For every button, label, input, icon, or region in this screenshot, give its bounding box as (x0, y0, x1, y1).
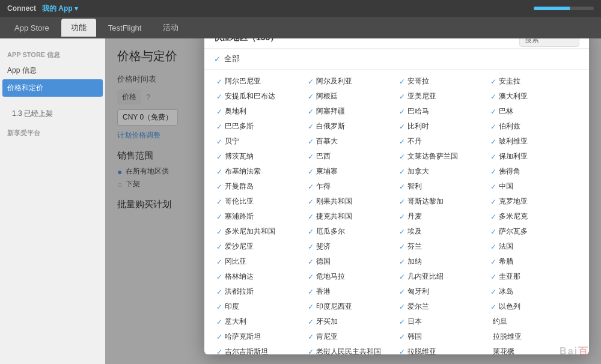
region-checkbox-icon: ✓ (308, 123, 314, 131)
region-item[interactable]: ✓柬埔寨 (305, 165, 397, 178)
region-item[interactable]: ✓巴林 (488, 105, 579, 118)
region-item[interactable]: ✓伯利兹 (488, 120, 579, 133)
region-item[interactable]: ✓阿塞拜疆 (305, 105, 397, 118)
region-item[interactable]: ✓百慕大 (305, 135, 397, 148)
region-item[interactable]: ✓不丹 (397, 135, 488, 148)
region-item[interactable]: ✓危地马拉 (305, 270, 397, 284)
region-checkbox-icon: ✓ (216, 138, 222, 146)
region-item[interactable]: ✓意大利 (214, 315, 305, 329)
region-item[interactable]: ✓拉脱维亚 (397, 345, 488, 354)
region-search-input[interactable] (519, 38, 579, 47)
tab-testflight[interactable]: TestFlight (99, 20, 151, 36)
region-item[interactable]: ✓巴西 (305, 150, 397, 163)
region-item[interactable]: ✓中国 (488, 180, 579, 193)
region-item[interactable]: ✓法国 (488, 240, 579, 253)
region-item[interactable]: ✓佛得角 (488, 165, 579, 178)
region-item[interactable]: ✓安圭拉 (488, 74, 579, 88)
region-item[interactable]: ✓加纳 (397, 255, 488, 268)
region-item[interactable]: ✓圭亚那 (488, 270, 579, 284)
region-item[interactable]: ✓安哥拉 (397, 74, 488, 88)
region-item[interactable]: ✓冰岛 (488, 285, 579, 299)
region-checkbox-icon: ✓ (308, 243, 314, 251)
region-checkbox-icon: ✓ (490, 213, 496, 221)
tab-features[interactable]: 功能 (61, 19, 96, 37)
region-item[interactable]: ✓亚美尼亚 (397, 89, 488, 103)
region-item[interactable]: ✓牙买加 (305, 315, 397, 329)
region-checkbox-icon: ✓ (216, 273, 222, 281)
region-item[interactable]: ✓哈萨克斯坦 (214, 330, 305, 344)
region-item[interactable]: ✓比利时 (397, 120, 488, 133)
region-item[interactable]: ✓斐济 (305, 240, 397, 253)
region-item[interactable]: ✓德国 (305, 255, 397, 268)
region-item[interactable]: ✓萨尔瓦多 (488, 225, 579, 238)
region-item[interactable]: ✓印度 (214, 300, 305, 314)
region-label: 格林纳达 (225, 271, 254, 282)
region-item[interactable]: ✓以色列 (488, 300, 579, 314)
region-item[interactable]: ✓玻利维亚 (488, 135, 579, 148)
region-label: 玻利维亚 (499, 136, 528, 147)
region-item[interactable]: ✓阿根廷 (305, 89, 397, 103)
region-item[interactable]: ✓乍得 (305, 180, 397, 193)
region-checkbox-icon: ✓ (308, 168, 314, 176)
region-item[interactable]: ✓澳大利亚 (488, 89, 579, 103)
region-item[interactable]: ✓多米尼克 (488, 210, 579, 223)
region-item[interactable]: ✓老挝人民民主共和国 (305, 345, 397, 354)
region-item[interactable]: ✓爱尔兰 (397, 300, 488, 314)
region-item[interactable]: ✓智利 (397, 180, 488, 193)
region-checkbox-icon: ✓ (490, 183, 496, 191)
modal-all-row[interactable]: ✓ 全部 (204, 49, 589, 70)
region-label: 刚果共和国 (316, 196, 352, 207)
region-item[interactable]: ✓芬兰 (397, 240, 488, 253)
region-label: 哈萨克斯坦 (225, 332, 261, 342)
region-item[interactable]: ✓奥地利 (214, 105, 305, 118)
region-item[interactable]: 拉脱维亚 (488, 330, 579, 344)
region-label: 韩国 (407, 332, 422, 342)
region-item[interactable]: ✓印度尼西亚 (305, 300, 397, 314)
region-item[interactable]: ✓巴巴多斯 (214, 120, 305, 133)
region-item[interactable]: ✓文莱达鲁萨兰国 (397, 150, 488, 163)
region-item[interactable]: ✓加拿大 (397, 165, 488, 178)
region-item[interactable]: ✓阿尔巴尼亚 (214, 74, 305, 88)
region-checkbox-icon: ✓ (399, 318, 405, 326)
tab-app-store[interactable]: App Store (5, 20, 59, 36)
region-item[interactable]: ✓希腊 (488, 255, 579, 268)
region-item[interactable]: ✓肯尼亚 (305, 330, 397, 344)
region-label: 智利 (407, 181, 422, 192)
region-item[interactable]: ✓格林纳达 (214, 270, 305, 284)
region-item[interactable]: 约旦 (488, 315, 579, 329)
tab-activity[interactable]: 活动 (153, 19, 188, 37)
region-item[interactable]: ✓洪都拉斯 (214, 285, 305, 299)
region-item[interactable]: ✓爱沙尼亚 (214, 240, 305, 253)
region-item[interactable]: ✓埃及 (397, 225, 488, 238)
region-item[interactable]: ✓塞浦路斯 (214, 210, 305, 223)
region-item[interactable]: ✓安提瓜和巴布达 (214, 89, 305, 103)
region-item[interactable]: ✓捷克共和国 (305, 210, 397, 223)
region-item[interactable]: ✓开曼群岛 (214, 180, 305, 193)
region-item[interactable]: ✓巴哈马 (397, 105, 488, 118)
region-item[interactable]: ✓阿尔及利亚 (305, 74, 397, 88)
region-item[interactable]: ✓哥斯达黎加 (397, 195, 488, 208)
region-item[interactable]: ✓吉尔吉斯斯坦 (214, 345, 305, 354)
region-item[interactable]: ✓香港 (305, 285, 397, 299)
region-item[interactable]: ✓布基纳法索 (214, 165, 305, 178)
app-link[interactable]: 我的 App (42, 4, 73, 13)
region-item[interactable]: ✓韩国 (397, 330, 488, 344)
region-item[interactable]: ✓博茨瓦纳 (214, 150, 305, 163)
region-item[interactable]: ✓日本 (397, 315, 488, 329)
region-item[interactable]: ✓丹麦 (397, 210, 488, 223)
region-item[interactable]: ✓匈牙利 (397, 285, 488, 299)
region-item[interactable]: ✓刚果共和国 (305, 195, 397, 208)
region-item[interactable]: ✓保加利亚 (488, 150, 579, 163)
region-item[interactable]: ✓白俄罗斯 (305, 120, 397, 133)
region-item[interactable]: ✓贝宁 (214, 135, 305, 148)
region-item[interactable]: ✓几内亚比绍 (397, 270, 488, 284)
sidebar-item-app-info[interactable]: App 信息 (0, 62, 105, 79)
region-item[interactable]: ✓冈比亚 (214, 255, 305, 268)
region-item[interactable]: ✓克罗地亚 (488, 195, 579, 208)
region-item[interactable]: ✓多米尼加共和国 (214, 225, 305, 238)
region-item[interactable]: ✓厄瓜多尔 (305, 225, 397, 238)
region-item[interactable]: ✓哥伦比亚 (214, 195, 305, 208)
sidebar-item-version[interactable]: 1.3 已经上架 (0, 106, 105, 121)
sidebar-item-pricing[interactable]: 价格和定价 (2, 79, 103, 97)
region-checkbox-icon: ✓ (216, 228, 222, 236)
